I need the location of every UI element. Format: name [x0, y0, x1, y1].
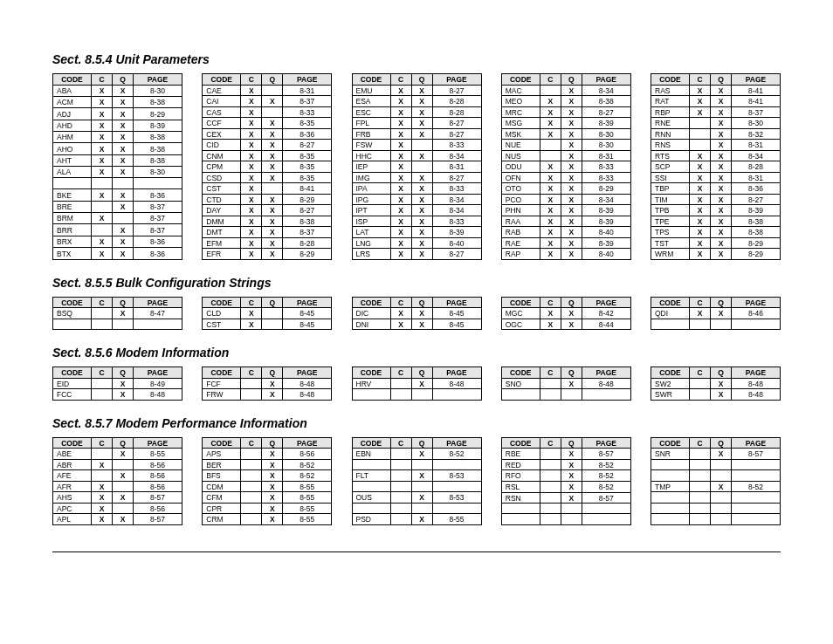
cell-page: 8-39: [432, 227, 481, 238]
cell-c: [690, 128, 711, 140]
cell-q: X: [262, 470, 283, 482]
cell-c: [540, 85, 561, 96]
cell-q: X: [561, 183, 582, 195]
cell-code: [651, 319, 690, 329]
cell-code: RNE: [651, 118, 690, 129]
table-row: [651, 503, 781, 513]
cell-code: CAE: [203, 85, 241, 96]
col-header-code: CODE: [501, 74, 540, 86]
cell-page: 8-29: [283, 249, 332, 260]
cell-q: X: [262, 459, 283, 470]
cell-code: CLD: [203, 308, 241, 319]
cell-q: [711, 514, 732, 524]
col-header-q: Q: [411, 437, 432, 449]
col-header-q: Q: [711, 297, 732, 308]
col-header-c: C: [241, 437, 262, 449]
cell-c: [390, 513, 411, 524]
table-row: AHTXX8-38: [53, 154, 182, 166]
table-row: LATXX8-39: [352, 227, 481, 238]
cell-q: X: [411, 319, 432, 330]
cell-code: BKE: [53, 189, 92, 201]
cell-c: [540, 504, 561, 514]
code-table: CODECQPAGEEMUXX8-27ESAXX8-28ESCXX8-28FPL…: [352, 73, 482, 260]
cell-c: [390, 481, 411, 491]
cell-page: 8-52: [582, 481, 630, 492]
cell-c: [92, 389, 113, 401]
table-row: RAAXX8-39: [501, 216, 630, 227]
cell-c: [241, 378, 262, 389]
cell-page: [432, 459, 481, 469]
cell-page: 8-48: [432, 378, 481, 389]
col-header-code: CODE: [651, 297, 690, 308]
table-row: ODUXX8-33: [501, 161, 630, 173]
cell-page: 8-49: [134, 378, 182, 389]
table-row: RFOX8-52: [501, 470, 630, 482]
col-header-code: CODE: [203, 367, 241, 379]
cell-page: 8-47: [134, 308, 182, 319]
cell-c: X: [690, 308, 711, 319]
cell-q: [411, 459, 432, 469]
cell-q: [711, 470, 732, 481]
col-header-code: CODE: [53, 437, 92, 449]
cell-code: [651, 470, 690, 481]
col-header-c: C: [92, 437, 113, 449]
cell-code: BTX: [53, 248, 92, 260]
col-header-c: C: [690, 437, 711, 449]
cell-page: 8-52: [732, 481, 781, 492]
cell-page: 8-41: [732, 96, 781, 107]
cell-page: [732, 470, 781, 481]
cell-page: [432, 389, 481, 400]
cell-code: RAS: [651, 85, 690, 96]
cell-c: X: [540, 205, 561, 216]
cell-q: X: [711, 449, 732, 460]
cell-page: 8-28: [432, 96, 481, 107]
cell-page: 8-42: [582, 308, 630, 319]
cell-q: X: [561, 194, 582, 205]
table-row: TSTXX8-29: [651, 237, 781, 249]
cell-code: [352, 503, 390, 513]
cell-q: X: [411, 172, 432, 183]
code-table: CODECQPAGECLDX8-45CSTX8-45: [202, 297, 332, 331]
cell-q: X: [262, 227, 283, 238]
cell-q: X: [711, 389, 732, 401]
cell-q: [262, 308, 283, 319]
cell-q: X: [561, 140, 582, 151]
cell-c: X: [241, 85, 262, 96]
table-row: [501, 514, 630, 524]
cell-code: [651, 503, 690, 513]
cell-c: [540, 378, 561, 389]
cell-q: X: [711, 172, 732, 183]
cell-page: 8-37: [732, 106, 781, 118]
cell-code: RAB: [501, 227, 540, 238]
cell-code: RTS: [651, 150, 690, 161]
table-row: CFMX8-55: [203, 492, 332, 504]
table-row: CRMX8-55: [203, 514, 332, 525]
cell-code: RAE: [501, 237, 540, 249]
table-row: ISPXX8-33: [352, 216, 481, 227]
code-table: CODECQPAGEEBNX8-52FLTX8-53OUSX8-53PSDX8-…: [352, 437, 482, 525]
col-header-code: CODE: [203, 437, 241, 449]
cell-code: TPB: [651, 205, 690, 216]
table-row: EBNX8-52: [352, 449, 481, 460]
col-header-q: Q: [411, 367, 432, 379]
cell-code: IPG: [352, 194, 390, 205]
col-header-page: PAGE: [582, 74, 630, 86]
cell-code: QDI: [651, 308, 690, 319]
cell-code: OFN: [501, 172, 540, 183]
cell-code: RAT: [651, 96, 690, 107]
col-header-q: Q: [411, 74, 432, 86]
cell-c: [540, 492, 561, 504]
cell-page: [582, 504, 630, 514]
cell-page: 8-38: [134, 143, 182, 154]
table-row: RTSXX8-34: [651, 150, 781, 161]
table-row: ABRX8-56: [53, 459, 182, 470]
cell-page: 8-30: [582, 128, 630, 140]
cell-c: X: [241, 118, 262, 129]
col-header-page: PAGE: [432, 297, 481, 308]
cell-q: X: [262, 118, 283, 129]
cell-page: 8-40: [582, 227, 630, 238]
cell-q: X: [711, 237, 732, 249]
col-header-page: PAGE: [432, 74, 481, 86]
footer-rule: [52, 552, 781, 552]
cell-page: 8-56: [283, 449, 332, 460]
